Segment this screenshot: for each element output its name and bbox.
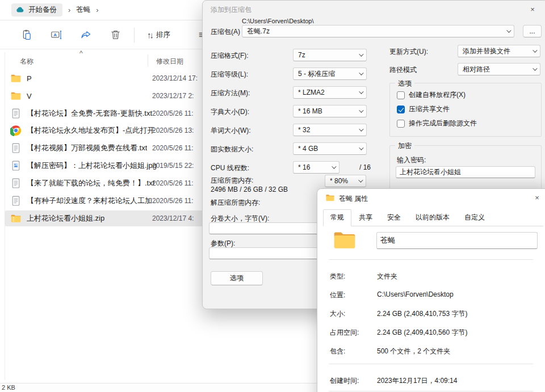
tab-previous-versions[interactable]: 以前的版本: [408, 209, 457, 226]
file-date: 2023/12/17 2:: [152, 92, 194, 100]
tab-customize[interactable]: 自定义: [457, 209, 492, 226]
file-date: 2020/5/26 11:: [152, 179, 194, 187]
contains-label: 包含:: [330, 347, 345, 356]
file-name: 【解压密码】：上村花论坛看小姐姐.jpg: [27, 161, 157, 171]
close-icon[interactable]: ×: [532, 192, 542, 203]
sfx-checkbox-row[interactable]: 创建自释放程序(X): [397, 90, 466, 100]
dialog-title: 添加到压缩包: [211, 5, 251, 15]
word-size-value: * 32: [298, 126, 310, 134]
file-date: 2020/5/26 11:: [152, 109, 194, 117]
method-label: 压缩方法(M):: [211, 88, 250, 98]
breadcrumb-chevron2-icon[interactable]: ›: [96, 6, 98, 14]
paste-icon: [20, 29, 33, 41]
solid-block-select[interactable]: * 4 GB: [293, 142, 367, 155]
column-header-modified[interactable]: 修改日期: [156, 57, 183, 66]
level-value: 5 - 标准压缩: [298, 69, 335, 79]
tab-sharing[interactable]: 共享: [351, 209, 380, 226]
sort-ascending-icon: ^: [79, 49, 83, 57]
cpu-threads-max: / 16: [359, 163, 371, 171]
cpu-threads-select[interactable]: * 16: [293, 161, 339, 174]
file-date: 2019/5/15 22:: [152, 162, 194, 170]
method-select[interactable]: * LZMA2: [293, 86, 367, 99]
share-icon: [79, 29, 92, 41]
file-name: V: [27, 92, 32, 100]
archive-name-combobox[interactable]: 苍蝇.7z: [242, 25, 514, 37]
folder-icon: [10, 73, 22, 84]
chevron-down-icon: [359, 70, 363, 75]
format-value: 7z: [298, 51, 305, 59]
file-name: 【村花论坛永久地址发布页】-点此打开: [27, 125, 154, 136]
shared-files-checkbox-row[interactable]: 压缩共享文件: [397, 104, 450, 114]
memory-percent-select[interactable]: * 80%: [325, 175, 366, 187]
folder-icon: [325, 193, 335, 203]
dictionary-label: 字典大小(D):: [211, 107, 249, 117]
size-value: 2.24 GB (2,408,410,753 字节): [377, 309, 467, 319]
location-label: 位置:: [330, 290, 345, 300]
close-icon[interactable]: ×: [527, 4, 538, 14]
text-file-icon: [10, 108, 22, 119]
delete-after-checkbox-row[interactable]: 操作完成后删除源文件: [397, 119, 477, 128]
archive-label: 压缩包(A): [211, 27, 240, 37]
column-header-name[interactable]: 名称: [20, 57, 33, 66]
onedrive-cloud-icon: [15, 5, 25, 15]
folder-properties-dialog: 苍蝇 属性 × 常规 共享 安全 以前的版本 自定义 类型: 文件夹 位置: C…: [317, 188, 545, 392]
archive-dir: C:\Users\Forven\Desktop\: [242, 18, 314, 24]
path-mode-select[interactable]: 相对路径: [458, 63, 540, 75]
tab-security[interactable]: 安全: [380, 209, 408, 226]
sort-label: 排序: [156, 30, 170, 40]
level-select[interactable]: 5 - 标准压缩: [293, 68, 367, 80]
column-separator[interactable]: [148, 54, 148, 67]
dictionary-select[interactable]: * 16 MB: [293, 105, 367, 117]
contains-value: 500 个文件，2 个文件夹: [377, 347, 450, 356]
password-label: 输入密码:: [397, 155, 426, 165]
checkbox-checked-icon[interactable]: [397, 106, 405, 113]
checkbox-unchecked-icon[interactable]: [397, 120, 405, 128]
browse-button[interactable]: ...: [523, 25, 542, 37]
status-size: 2 KB: [2, 384, 15, 391]
desktop: 开始备份 › 苍蝇 › ↑↓ 排序 ≡: [0, 0, 545, 392]
delete-icon: [109, 29, 121, 41]
chevron-down-icon: [506, 28, 511, 32]
solid-block-label: 固实数据大小:: [211, 145, 253, 154]
word-size-label: 单词大小(W):: [211, 126, 251, 136]
folder-name-input[interactable]: [376, 232, 538, 249]
word-size-select[interactable]: * 32: [293, 124, 367, 136]
file-date: 2020/5/26 11:: [152, 144, 194, 152]
chevron-down-icon: [358, 178, 363, 182]
separator: [329, 391, 533, 391]
options-group-title: 选项: [395, 79, 414, 88]
rename-button[interactable]: [45, 26, 67, 45]
file-date: 2023/12/14 17:: [152, 74, 198, 82]
paste-button[interactable]: [16, 26, 37, 45]
zip-folder-icon: [10, 213, 22, 224]
breadcrumb-current[interactable]: 苍蝇: [76, 5, 90, 15]
tab-general[interactable]: 常规: [323, 209, 351, 226]
folder-icon: [10, 90, 22, 102]
text-file-icon: [10, 195, 22, 206]
update-mode-select[interactable]: 添加并替换文件: [458, 45, 540, 57]
file-date: 2020/5/26 11:: [152, 197, 194, 205]
update-mode-value: 添加并替换文件: [463, 47, 510, 56]
file-name: 【有种子却没速度？来村花论坛人工加...: [27, 196, 157, 206]
breadcrumb-root[interactable]: 开始备份: [11, 3, 62, 16]
file-name: 【来了就能下载的论坛，纯免费！】.txt: [27, 178, 154, 188]
delete-button[interactable]: [104, 26, 126, 45]
options-button[interactable]: 选项: [211, 271, 263, 285]
chevron-down-icon: [332, 164, 336, 168]
chevron-down-icon: [359, 145, 363, 150]
format-select[interactable]: 7z: [293, 49, 367, 61]
options-group: 选项 创建自释放程序(X) 压缩共享文件 操作完成后删除源文件: [389, 83, 542, 137]
checkbox-unchecked-icon[interactable]: [397, 91, 405, 99]
file-name: P: [27, 74, 32, 83]
format-label: 压缩格式(F):: [211, 51, 249, 61]
memory-label: 压缩所需内存:: [211, 176, 253, 186]
dictionary-value: * 16 MB: [298, 107, 322, 115]
chevron-down-icon: [533, 48, 537, 52]
password-input[interactable]: [396, 166, 535, 178]
sort-button[interactable]: ↑↓ 排序: [142, 27, 175, 43]
dialog-title: 苍蝇 属性: [339, 194, 368, 204]
size-label: 大小:: [330, 309, 345, 319]
type-value: 文件夹: [377, 272, 397, 281]
encryption-group-title: 加密: [395, 141, 414, 151]
share-button[interactable]: [75, 26, 97, 45]
